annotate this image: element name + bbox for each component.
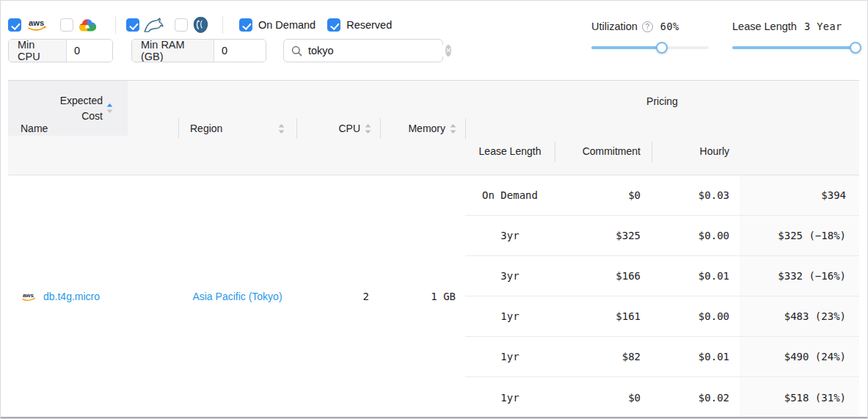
sort-icon: [365, 124, 371, 134]
pricing-cell-hourly: $0.03: [652, 175, 740, 215]
pricing-cell-expected: $518 (31%): [740, 377, 859, 418]
pricing-cell-hourly: $0.01: [652, 337, 740, 376]
min-ram-group: Min RAM (GB): [131, 39, 266, 62]
utilization-label: Utilization: [591, 21, 638, 32]
search-icon: [291, 45, 302, 57]
lease-length-value: 3 Year: [804, 21, 842, 32]
lease-length-slider[interactable]: [732, 46, 856, 49]
rds-pricing-app: aws: [0, 0, 868, 419]
pricing-cell-lease: 1yr: [465, 296, 555, 336]
pricing-row: On Demand$0$0.03$394: [465, 175, 859, 216]
gcp-checkbox[interactable]: [60, 18, 73, 32]
instance-row: aws db.t4g.micro Asia Pacific (Tokyo) 2 …: [8, 175, 465, 418]
aws-logo-icon: aws: [26, 18, 49, 32]
reserved-label: Reserved: [346, 19, 392, 31]
pricing-row: 1yr$161$0.00$483 (23%): [465, 296, 859, 337]
utilization-slider[interactable]: [591, 46, 709, 49]
reserved-checkbox[interactable]: [327, 18, 340, 32]
clear-icon[interactable]: ✕: [445, 45, 451, 57]
column-header-lease-length: Lease Length: [465, 138, 555, 164]
aws-checkbox[interactable]: [8, 18, 21, 32]
pricing-cell-expected: $332 (−16%): [740, 256, 859, 296]
table-body: aws db.t4g.micro Asia Pacific (Tokyo) 2 …: [8, 175, 859, 418]
utilization-value: 60%: [660, 21, 679, 32]
header-divider: [178, 118, 179, 139]
memory-value: 1 GB: [380, 291, 465, 302]
column-header-memory[interactable]: Memory: [380, 117, 465, 139]
sort-asc-active-icon: [106, 103, 113, 113]
pricing-cell-commitment: $161: [555, 296, 652, 336]
column-header-hourly: Hourly: [652, 138, 740, 164]
column-header-cpu[interactable]: CPU: [296, 117, 380, 139]
header-divider: [296, 118, 297, 139]
instance-name-cell: aws db.t4g.micro: [8, 291, 178, 302]
instances-table: Pricing Name Region CPU Memory Lease Len…: [8, 80, 859, 417]
mysql-logo-icon: [143, 17, 166, 34]
pricing-cell-lease: 3yr: [465, 256, 555, 296]
pricing-cell-commitment: $325: [555, 216, 652, 255]
toolbar-divider: [115, 16, 116, 34]
pricing-cell-lease: 3yr: [465, 216, 555, 255]
utilization-slider-handle[interactable]: [656, 42, 668, 54]
pricing-cell-commitment: $0: [555, 175, 652, 215]
sort-icon: [278, 124, 285, 134]
header-divider: [555, 142, 555, 162]
lease-length-control: Lease Length 3 Year: [732, 21, 856, 49]
min-ram-input[interactable]: [214, 40, 266, 62]
pricing-cell-lease: 1yr: [465, 377, 555, 418]
pricing-cell-expected: $490 (24%): [740, 337, 859, 376]
help-icon[interactable]: ?: [642, 21, 653, 32]
pricing-cell-commitment: $166: [555, 256, 652, 296]
gcp-logo-icon: [79, 18, 96, 32]
column-header-region[interactable]: Region: [178, 117, 296, 139]
pricing-cell-lease: On Demand: [465, 175, 555, 215]
pricing-cell-hourly: $0.02: [652, 377, 740, 418]
pricing-row: 3yr$325$0.00$325 (−18%): [465, 216, 859, 256]
on-demand-checkbox[interactable]: [239, 18, 252, 32]
lease-length-slider-handle[interactable]: [850, 42, 861, 54]
header-divider: [652, 142, 652, 162]
pricing-cell-hourly: $0.01: [652, 256, 740, 296]
aws-logo-icon: aws: [21, 291, 37, 302]
pricing-row: 3yr$166$0.01$332 (−16%): [465, 256, 859, 296]
filter-checkbox-bar: aws: [8, 18, 392, 32]
pricing-row: 1yr$0$0.02$518 (31%): [465, 377, 859, 418]
pricing-rows: On Demand$0$0.03$3943yr$325$0.00$325 (−1…: [465, 175, 859, 418]
postgresql-logo-icon: [192, 16, 209, 34]
column-header-commitment: Commitment: [555, 138, 652, 164]
pricing-cell-expected: $325 (−18%): [740, 216, 859, 255]
region-link[interactable]: Asia Pacific (Tokyo): [178, 291, 296, 302]
postgresql-checkbox[interactable]: [175, 18, 188, 32]
pricing-cell-expected: $483 (23%): [740, 296, 859, 336]
pricing-row: 1yr$82$0.01$490 (24%): [465, 337, 859, 377]
pricing-cell-expected: $394: [740, 175, 859, 215]
header-divider: [380, 118, 381, 139]
svg-text:aws: aws: [29, 18, 44, 27]
pricing-cell-hourly: $0.00: [652, 216, 740, 255]
min-cpu-group: Min CPU: [8, 39, 113, 62]
header-divider: [465, 118, 466, 139]
pricing-group-header: Pricing: [465, 91, 859, 112]
on-demand-label: On Demand: [258, 19, 316, 31]
toolbar-divider: [222, 16, 223, 34]
svg-text:aws: aws: [23, 292, 34, 299]
lease-length-label: Lease Length: [732, 21, 797, 32]
min-cpu-label: Min CPU: [9, 40, 67, 62]
mysql-checkbox[interactable]: [126, 18, 139, 32]
pricing-cell-hourly: $0.00: [652, 296, 740, 336]
min-ram-label: Min RAM (GB): [132, 40, 214, 62]
cpu-value: 2: [296, 291, 380, 302]
utilization-control: Utilization ? 60%: [591, 21, 709, 49]
pricing-cell-commitment: $0: [555, 377, 652, 418]
sort-icon: [450, 124, 456, 134]
pricing-cell-commitment: $82: [555, 337, 652, 376]
column-header-name: Name: [8, 117, 178, 139]
search-input[interactable]: [308, 45, 445, 57]
table-header: Pricing Name Region CPU Memory Lease Len…: [8, 81, 859, 175]
search-box: ✕: [283, 39, 443, 62]
instance-name-link[interactable]: db.t4g.micro: [43, 291, 100, 302]
min-cpu-input[interactable]: [67, 40, 112, 62]
pricing-cell-lease: 1yr: [465, 337, 555, 376]
bottom-edge: [1, 417, 867, 418]
